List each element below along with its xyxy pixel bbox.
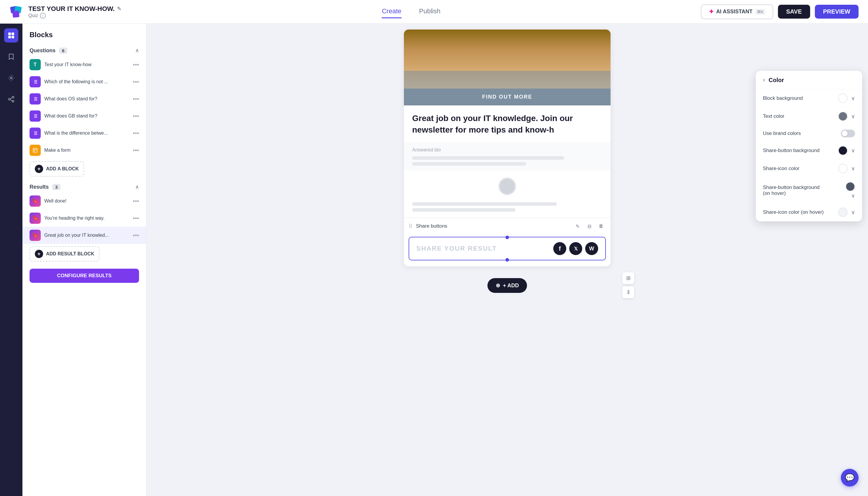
share-button-bg-swatch[interactable] [838, 146, 848, 155]
color-row-share-icon-hover-color: Share-icon color (on hover) ∨ [756, 203, 862, 221]
share-icon-hover-color-label: Share-icon color (on hover) [763, 209, 835, 215]
text-color-dropdown[interactable]: ∨ [851, 113, 855, 120]
edit-title-icon[interactable]: ✎ [117, 5, 121, 12]
top-navigation: TEST YOUR IT KNOW-HOW. ✎ Quiz i Create P… [0, 0, 868, 24]
result-2-label: You're heading the right way. [44, 216, 129, 221]
block-background-swatch[interactable] [838, 94, 848, 103]
delete-share-button[interactable]: 🗑 [596, 221, 606, 231]
question-item-3[interactable]: What does OS stand for? ••• [22, 90, 146, 107]
edit-share-button[interactable]: ✎ [573, 221, 582, 231]
align-share-button[interactable]: ⊟ [585, 221, 594, 231]
question-item-6[interactable]: Make a form ••• [22, 142, 146, 159]
svg-rect-38 [33, 148, 37, 152]
result-1-menu[interactable]: ••• [133, 198, 139, 205]
adjust-tool-button[interactable]: ⇕ [622, 286, 634, 298]
share-button-bg-label: Share-button background [763, 148, 835, 154]
tab-create[interactable]: Create [382, 5, 401, 18]
panel-title: Blocks [22, 31, 146, 45]
result-item-1[interactable]: 🔖 Well done! ••• [22, 192, 146, 210]
question-3-icon [30, 93, 41, 105]
share-button-bg-dropdown[interactable]: ∨ [851, 147, 855, 154]
drag-handle-icon[interactable]: ⠿ [408, 223, 413, 229]
ai-icon: ✦ [709, 8, 714, 16]
block-background-dropdown[interactable]: ∨ [851, 95, 855, 102]
result-1-label: Well done! [44, 198, 129, 204]
questions-section-title: Questions [30, 48, 56, 54]
questions-section-left: Questions 6 [30, 48, 67, 54]
result-item-2[interactable]: 🔖 You're heading the right way. ••• [22, 210, 146, 227]
svg-line-13 [10, 98, 12, 99]
info-icon[interactable]: i [40, 13, 46, 19]
results-section-title: Results [30, 184, 49, 190]
share-button-hover-bg-dropdown[interactable]: ∨ [851, 192, 855, 199]
add-block-button[interactable]: + ADD A BLOCK [30, 161, 84, 176]
question-5-menu[interactable]: ••• [133, 130, 139, 137]
add-block-fab[interactable]: ⊕ + ADD [487, 278, 527, 293]
svg-rect-2 [12, 11, 19, 18]
question-item-5[interactable]: What is the difference betwe... ••• [22, 125, 146, 142]
share-icon-hover-color-dropdown[interactable]: ∨ [851, 209, 855, 216]
svg-marker-7 [9, 54, 13, 59]
save-button[interactable]: SAVE [778, 5, 810, 19]
answered-section: Answered blo [404, 143, 610, 170]
brand-colors-toggle[interactable] [841, 129, 855, 137]
question-4-icon [30, 110, 41, 122]
bar-actions: ✎ ⊟ 🗑 [573, 221, 606, 231]
topnav-actions: ✦ AI ASSISTANT ⌘K SAVE PREVIEW [701, 4, 858, 19]
ai-assistant-button[interactable]: ✦ AI ASSISTANT ⌘K [701, 4, 773, 19]
layout-tool-button[interactable]: ⊞ [622, 272, 634, 284]
app-logo[interactable] [10, 4, 25, 19]
share-result-text: SHARE YOUR RESULT [416, 245, 548, 252]
share-buttons-label: Share buttons [416, 223, 447, 229]
questions-section-header[interactable]: Questions 6 ∧ [22, 45, 146, 56]
add-result-block-button[interactable]: + ADD RESULT BLOCK [30, 246, 99, 262]
result-item-3[interactable]: 🔖 Great job on your IT knowled... ••• [22, 227, 146, 244]
add-block-icon: + [35, 165, 43, 173]
find-out-more-button[interactable]: FIND OUT MORE [404, 89, 610, 105]
social-icons: f 𝕏 W [553, 242, 598, 255]
text-color-swatch[interactable] [838, 112, 848, 121]
question-1-menu[interactable]: ••• [133, 61, 139, 68]
share-icon-color-swatch[interactable] [838, 164, 848, 173]
result-1-icon: 🔖 [30, 196, 41, 207]
question-6-icon [30, 145, 41, 156]
results-section-header[interactable]: Results 3 ∧ [22, 181, 146, 192]
whatsapp-share-button[interactable]: W [585, 242, 598, 255]
facebook-share-button[interactable]: f [553, 242, 566, 255]
question-3-menu[interactable]: ••• [133, 96, 139, 103]
color-panel-back-button[interactable]: ‹ [763, 76, 765, 84]
toggle-knob [842, 130, 848, 136]
configure-results-button[interactable]: CONFIGURE RESULTS [30, 269, 139, 283]
x-share-button[interactable]: 𝕏 [569, 242, 582, 255]
sidebar-item-share[interactable] [4, 92, 18, 106]
tab-publish[interactable]: Publish [419, 5, 440, 18]
chat-support-button[interactable]: 💬 [841, 469, 858, 486]
results-collapse-icon[interactable]: ∧ [135, 184, 139, 190]
resize-handle-bottom[interactable] [506, 258, 509, 262]
question-4-menu[interactable]: ••• [133, 113, 139, 120]
result-2-menu[interactable]: ••• [133, 215, 139, 222]
share-icon-color-dropdown[interactable]: ∨ [851, 165, 855, 172]
svg-line-12 [10, 100, 12, 101]
question-item-2[interactable]: Which of the following is not ... ••• [22, 73, 146, 90]
sidebar-item-settings[interactable] [4, 71, 18, 85]
add-fab-icon: ⊕ [496, 282, 500, 289]
sidebar-item-blocks[interactable] [4, 28, 18, 43]
result-3-label: Great job on your IT knowled... [44, 233, 129, 238]
resize-handle-top[interactable] [506, 236, 509, 239]
preview-button[interactable]: PREVIEW [815, 5, 858, 19]
text-color-label: Text color [763, 113, 835, 119]
share-button-hover-bg-label: Share-button background (on hover) [763, 185, 822, 196]
questions-collapse-icon[interactable]: ∧ [135, 47, 139, 54]
sidebar-item-goals[interactable] [4, 50, 18, 64]
question-2-menu[interactable]: ••• [133, 79, 139, 85]
question-1-label: Test your IT know-how [44, 62, 129, 67]
shortcut-badge: ⌘K [755, 9, 765, 15]
svg-point-11 [12, 100, 14, 102]
share-icon-hover-color-swatch[interactable] [838, 207, 848, 217]
question-item-4[interactable]: What does GB stand for? ••• [22, 107, 146, 125]
result-3-menu[interactable]: ••• [133, 232, 139, 239]
question-item-1[interactable]: T Test your IT know-how ••• [22, 56, 146, 73]
question-6-menu[interactable]: ••• [133, 147, 139, 154]
share-button-hover-bg-swatch[interactable] [846, 182, 855, 191]
